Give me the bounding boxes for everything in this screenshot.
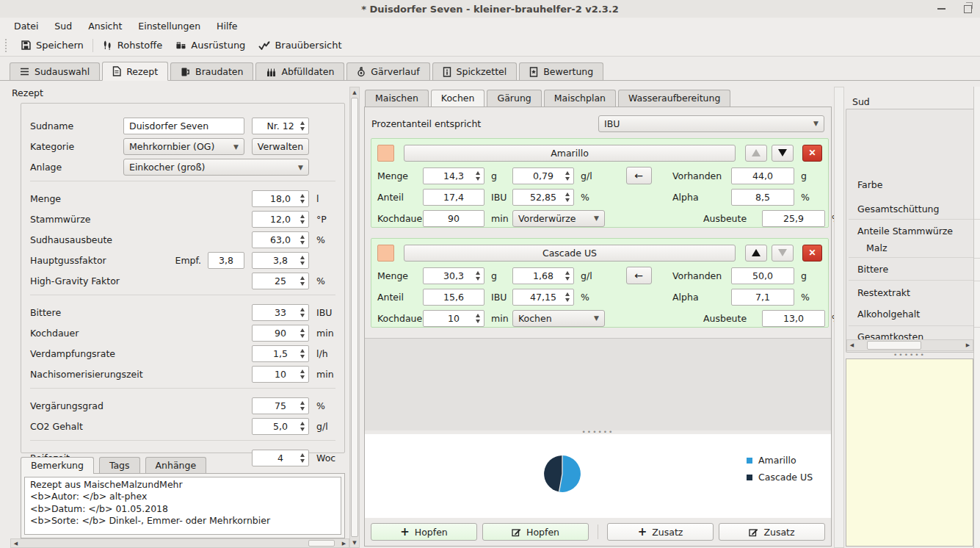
kochdauer-spinbox[interactable]: 10: [423, 310, 484, 327]
sudname-input[interactable]: Duisdorfer Seven: [123, 118, 244, 134]
hop-color-swatch[interactable]: [377, 245, 394, 262]
uebernehmen-button[interactable]: ←: [626, 267, 652, 284]
scroll-left-button[interactable]: ◀: [11, 539, 21, 547]
spinner-arrows[interactable]: [562, 191, 572, 203]
move-down-button[interactable]: [772, 145, 794, 162]
notes-area[interactable]: [846, 358, 973, 547]
hop-color-swatch[interactable]: [377, 145, 394, 162]
spinner-arrows[interactable]: [297, 120, 307, 132]
spinner-arrows[interactable]: [297, 234, 307, 246]
spinner-arrows[interactable]: [473, 270, 482, 282]
stammwuerze-spinbox[interactable]: 12,0: [252, 211, 309, 228]
tab-wasseraufbereitung[interactable]: Wasseraufbereitung: [618, 90, 730, 107]
prozent-spinbox[interactable]: 47,15: [512, 289, 574, 306]
menu-einstellungen[interactable]: Einstellungen: [130, 18, 208, 34]
menu-ansicht[interactable]: Ansicht: [80, 18, 130, 34]
scroll-right-button[interactable]: ▶: [963, 340, 973, 350]
rohstoffe-button[interactable]: Rohstoffe: [95, 37, 169, 53]
konzentration-spinbox[interactable]: 0,79: [512, 167, 574, 184]
sudhausausbeute-spinbox[interactable]: 63,0: [252, 231, 309, 248]
tab-maischplan[interactable]: Maischplan: [544, 90, 616, 107]
tab-maischen[interactable]: Maischen: [365, 90, 429, 107]
spinner-arrows[interactable]: [297, 420, 307, 433]
tab-bemerkung[interactable]: Bemerkung: [21, 457, 94, 474]
alpha-field[interactable]: 7,1: [731, 289, 794, 306]
kochdauer-spinbox[interactable]: 90: [252, 325, 309, 342]
hop-name-button[interactable]: Cascade US: [404, 245, 736, 262]
reifezeit-spinbox[interactable]: 4: [252, 450, 309, 466]
high-gravity-spinbox[interactable]: 25: [252, 273, 309, 289]
tab-abfuelldaten[interactable]: Abfülldaten: [255, 62, 344, 80]
toolbar-drag-handle[interactable]: [5, 39, 10, 52]
menu-sud[interactable]: Sud: [46, 18, 80, 34]
move-up-button[interactable]: [745, 145, 767, 162]
spinner-arrows[interactable]: [297, 452, 307, 464]
spinner-arrows[interactable]: [297, 400, 307, 412]
scrollbar-thumb[interactable]: [867, 341, 921, 350]
hop-name-button[interactable]: Amarillo: [404, 145, 736, 162]
move-up-button[interactable]: [745, 245, 767, 262]
brauuebersicht-button[interactable]: Brauübersicht: [252, 37, 348, 53]
kategorie-combobox[interactable]: Mehrkornbier (OG)▼: [123, 138, 244, 155]
title-bar[interactable]: * Duisdorfer Seven - kleiner-brauhelfer-…: [0, 0, 980, 18]
anteil-field[interactable]: 15,6: [423, 289, 484, 306]
prozentanteil-combobox[interactable]: IBU▼: [598, 115, 824, 132]
spinner-arrows[interactable]: [473, 312, 482, 325]
co2-spinbox[interactable]: 5,0: [252, 418, 309, 435]
scrollbar-thumb[interactable]: [351, 98, 358, 537]
spinner-arrows[interactable]: [297, 368, 307, 381]
nachisomerisierung-spinbox[interactable]: 10: [252, 366, 309, 383]
anlage-combobox[interactable]: Einkocher (groß)▼: [123, 159, 309, 176]
add-zusatz-button[interactable]: + Zusatz: [607, 523, 714, 541]
move-down-button[interactable]: [772, 245, 794, 262]
menge-spinbox[interactable]: 30,3: [423, 267, 484, 284]
menu-hilfe[interactable]: Hilfe: [208, 18, 245, 34]
tab-braudaten[interactable]: Braudaten: [170, 62, 253, 80]
ausbeute-field[interactable]: 25,9: [762, 210, 825, 227]
zeitpunkt-combobox[interactable]: Kochen▼: [512, 310, 605, 327]
menge-spinbox[interactable]: 14,3: [423, 167, 484, 184]
splitter-handle[interactable]: ••••••: [846, 352, 973, 358]
spinner-arrows[interactable]: [297, 213, 307, 226]
scrollbar-thumb[interactable]: [308, 540, 335, 547]
edit-hopfen-button[interactable]: Hopfen: [482, 523, 589, 541]
ausbeute-field[interactable]: 13,0: [762, 310, 825, 327]
spinner-arrows[interactable]: [562, 291, 572, 303]
spinner-arrows[interactable]: [297, 275, 307, 287]
vorhanden-field[interactable]: 50,0: [731, 267, 794, 284]
delete-button[interactable]: ✕: [802, 245, 822, 262]
sud-horizontal-scrollbar[interactable]: ◀ ▶: [846, 339, 973, 351]
hauptgussfaktor-spinbox[interactable]: 3,8: [252, 252, 309, 269]
spinner-arrows[interactable]: [297, 306, 307, 319]
zeitpunkt-combobox[interactable]: Vorderwürze▼: [512, 210, 605, 227]
tab-gaerverlauf[interactable]: Gärverlauf: [346, 62, 429, 80]
kochdauer-field[interactable]: 90: [423, 210, 484, 227]
vorhanden-field[interactable]: 44,0: [731, 167, 794, 184]
ausruestung-button[interactable]: Ausrüstung: [169, 37, 252, 53]
spinner-arrows[interactable]: [562, 170, 572, 182]
tab-anhaenge[interactable]: Anhänge: [145, 457, 207, 474]
tab-rezept[interactable]: Rezept: [102, 62, 168, 81]
verwalten-button[interactable]: Verwalten: [252, 138, 309, 155]
scroll-right-button[interactable]: ▶: [339, 539, 349, 547]
menu-datei[interactable]: Datei: [6, 18, 46, 34]
add-hopfen-button[interactable]: + Hopfen: [371, 523, 477, 541]
anteil-field[interactable]: 17,4: [423, 189, 484, 206]
save-button[interactable]: Speichern: [14, 37, 90, 53]
tab-spickzettel[interactable]: Spickzettel: [432, 62, 518, 80]
uebernehmen-button[interactable]: ←: [626, 167, 652, 184]
middle-right-scrollbar[interactable]: [834, 87, 844, 548]
vergaerungsgrad-spinbox[interactable]: 75: [252, 397, 309, 414]
scroll-down-button[interactable]: ▼: [350, 538, 359, 547]
bemerkung-textarea[interactable]: Rezept aus MaischeMalzundMehr <b>Autor: …: [24, 477, 341, 535]
scroll-left-button[interactable]: ◀: [847, 340, 857, 350]
tab-sudauswahl[interactable]: Sudauswahl: [10, 62, 100, 80]
tab-kochen[interactable]: Kochen: [431, 90, 485, 107]
verdampfungsrate-spinbox[interactable]: 1,5: [252, 345, 309, 362]
spinner-arrows[interactable]: [297, 254, 307, 267]
tab-tags[interactable]: Tags: [99, 457, 140, 474]
spinner-arrows[interactable]: [297, 347, 307, 360]
minimize-button[interactable]: [933, 1, 949, 16]
konzentration-spinbox[interactable]: 1,68: [512, 267, 574, 284]
tab-gaerung[interactable]: Gärung: [487, 90, 541, 107]
